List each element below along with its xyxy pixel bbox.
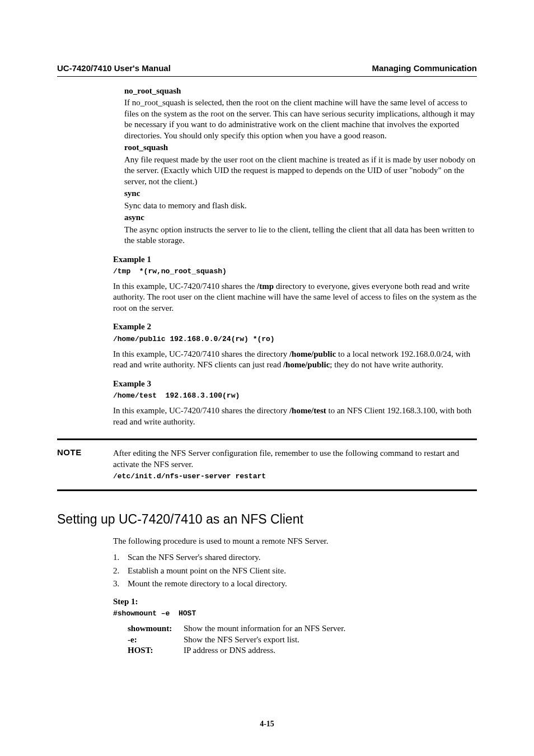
text: Mount the remote directory to a local di… xyxy=(128,578,287,590)
section-nfs-client-title: Setting up UC-7420/7410 as an NFS Client xyxy=(57,511,477,528)
note-block: NOTE After editing the NFS Server config… xyxy=(57,438,477,491)
opt-sync-title: sync xyxy=(124,188,477,199)
definition-row: -e: Show the NFS Server's export list. xyxy=(128,634,477,646)
definition-row: HOST: IP address or DNS address. xyxy=(128,645,477,656)
text: ; they do not have write authority. xyxy=(330,360,443,369)
list-item: 2.Establish a mount point on the NFS Cli… xyxy=(113,566,477,577)
text: Scan the NFS Server's shared directory. xyxy=(128,552,261,563)
def-desc: Show the NFS Server's export list. xyxy=(184,634,299,646)
opt-async-title: async xyxy=(124,212,477,223)
opt-no-root-squash-body: If no_root_squash is selected, then the … xyxy=(124,97,477,141)
def-term: HOST: xyxy=(128,645,184,656)
opt-async-body: The async option instructs the server to… xyxy=(124,225,477,246)
page-number: 4-15 xyxy=(0,719,534,729)
def-desc: Show the mount information for an NFS Se… xyxy=(184,623,345,634)
example1-code: /tmp *(rw,no_root_squash) xyxy=(113,267,477,277)
header-left: UC-7420/7410 User's Manual xyxy=(57,63,171,74)
text: In this example, UC-7420/7410 shares the… xyxy=(113,406,289,415)
example2-code: /home/public 192.168.0.0/24(rw) *(ro) xyxy=(113,335,477,344)
example1-title: Example 1 xyxy=(113,254,477,265)
list-item: 3.Mount the remote directory to a local … xyxy=(113,578,477,590)
opt-root-squash-body: Any file request made by the user root o… xyxy=(124,155,477,188)
definitions: showmount: Show the mount information fo… xyxy=(128,623,477,656)
example2-body: In this example, UC-7420/7410 shares the… xyxy=(113,349,477,371)
note-code: /etc/init.d/nfs-user-server restart xyxy=(113,472,477,482)
text: 1. xyxy=(113,552,128,563)
header-right: Managing Communication xyxy=(372,63,477,74)
note-body: After editing the NFS Server configurati… xyxy=(113,448,477,470)
opt-no-root-squash-title: no_root_squash xyxy=(124,86,477,97)
options-list: no_root_squash If no_root_squash is sele… xyxy=(124,86,477,246)
example1-body: In this example, UC-7420/7410 shares the… xyxy=(113,281,477,314)
note-label: NOTE xyxy=(57,447,113,458)
def-term: showmount: xyxy=(128,623,184,634)
text: 3. xyxy=(113,578,128,590)
example3-path: /home/test xyxy=(289,406,326,415)
text: Establish a mount point on the NFS Clien… xyxy=(128,566,286,577)
example1-path: /tmp xyxy=(257,282,274,291)
opt-sync-body: Sync data to memory and flash disk. xyxy=(124,200,477,212)
opt-root-squash-title: root_squash xyxy=(124,142,477,153)
text: In this example, UC-7420/7410 shares the xyxy=(113,282,257,291)
example3-body: In this example, UC-7420/7410 shares the… xyxy=(113,405,477,427)
def-term: -e: xyxy=(128,634,184,646)
step1-code: #showmount –e HOST xyxy=(113,609,477,619)
section2-steps: 1.Scan the NFS Server's shared directory… xyxy=(113,552,477,590)
list-item: 1.Scan the NFS Server's shared directory… xyxy=(113,552,477,563)
text: In this example, UC-7420/7410 shares the… xyxy=(113,349,289,358)
example2-title: Example 2 xyxy=(113,321,477,333)
example2-path1: /home/public xyxy=(289,349,336,358)
section2-intro: The following procedure is used to mount… xyxy=(113,536,477,547)
step1-label: Step 1: xyxy=(113,596,477,608)
text: 2. xyxy=(113,566,128,577)
def-desc: IP address or DNS address. xyxy=(184,645,275,656)
example3-code: /home/test 192.168.3.100(rw) xyxy=(113,391,477,401)
example2-path2: /home/public xyxy=(283,360,330,369)
example3-title: Example 3 xyxy=(113,379,477,390)
page-header: UC-7420/7410 User's Manual Managing Comm… xyxy=(57,63,477,77)
definition-row: showmount: Show the mount information fo… xyxy=(128,623,477,634)
